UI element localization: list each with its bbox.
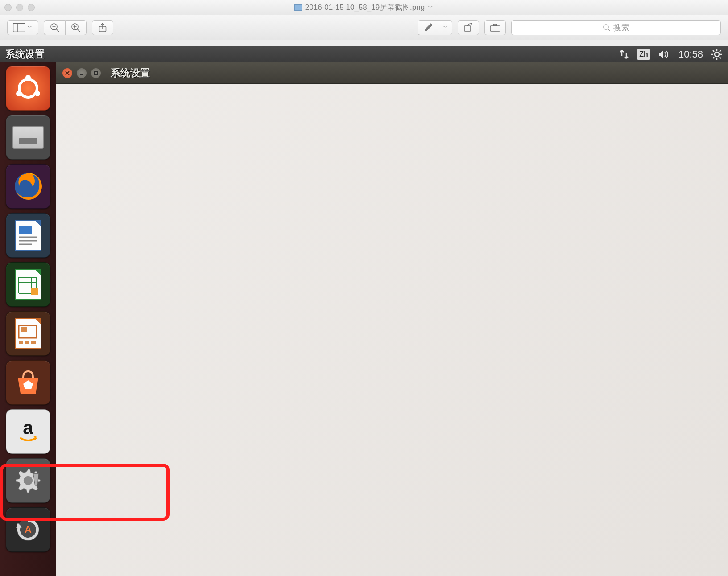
svg-point-16 [715, 52, 719, 57]
panel-indicators: Zh 10:58 [619, 49, 723, 60]
software-center-icon [12, 367, 44, 398]
zoom-in-button[interactable] [65, 20, 87, 35]
svg-rect-62 [95, 71, 98, 74]
window-maximize-button[interactable] [91, 68, 101, 78]
svg-text:a: a [23, 418, 33, 438]
files-icon [12, 122, 44, 153]
window-close-button[interactable] [62, 68, 72, 78]
pencil-icon [424, 23, 434, 32]
mac-toolbar: ﹀ ﹀ 搜索 [0, 15, 728, 40]
launcher-dash[interactable] [6, 66, 50, 111]
settings-titlebar[interactable]: 系统设置 [56, 62, 728, 84]
svg-line-24 [713, 57, 714, 58]
zoom-in-icon [71, 23, 81, 33]
unity-launcher: a A [0, 62, 56, 576]
firefox-icon [12, 171, 44, 202]
launcher-impress[interactable] [6, 311, 50, 356]
svg-rect-52 [25, 341, 29, 344]
settings-content [56, 84, 728, 576]
svg-line-3 [56, 29, 59, 32]
amazon-icon: a [12, 416, 44, 447]
svg-line-15 [608, 29, 610, 31]
settings-window: 系统设置 [56, 62, 728, 576]
svg-point-28 [35, 91, 40, 96]
ime-label: Zh [639, 50, 648, 58]
launcher-amazon[interactable]: a [6, 409, 50, 454]
launcher-software-updater[interactable]: A [6, 507, 50, 552]
svg-line-6 [77, 29, 80, 32]
sidebar-icon [13, 23, 25, 32]
clock-text: 10:58 [678, 49, 703, 60]
svg-line-23 [720, 50, 721, 52]
svg-point-55 [24, 476, 32, 485]
volume-icon [658, 49, 670, 60]
image-file-icon [294, 4, 302, 11]
ubuntu-desktop: 系统设置 Zh 10:58 [0, 46, 728, 576]
svg-rect-13 [493, 24, 497, 26]
launcher-software-center[interactable] [6, 360, 50, 405]
share-button[interactable] [92, 20, 113, 35]
chevron-down-icon[interactable]: ﹀ [427, 4, 434, 12]
markup-button[interactable] [418, 20, 439, 35]
svg-line-22 [720, 57, 721, 58]
close-icon [65, 71, 70, 75]
launcher-files[interactable] [6, 115, 50, 160]
launcher-writer[interactable] [6, 213, 50, 258]
mac-zoom-button[interactable] [28, 4, 35, 11]
updater-icon: A [12, 514, 44, 545]
search-field[interactable]: 搜索 [511, 20, 721, 35]
svg-rect-32 [19, 226, 32, 234]
svg-rect-12 [490, 26, 500, 31]
launcher-calc[interactable] [6, 262, 50, 307]
svg-rect-11 [464, 26, 471, 31]
launcher-firefox[interactable] [6, 164, 50, 209]
launcher-system-settings[interactable] [6, 458, 50, 503]
zoom-out-icon [50, 23, 60, 33]
impress-icon [12, 318, 44, 349]
svg-rect-0 [13, 23, 25, 32]
mac-title-text: 2016-01-15 10_58_19屏幕截图.png [305, 2, 425, 12]
calc-icon [12, 269, 44, 300]
sidebar-toggle-button[interactable]: ﹀ [7, 20, 38, 35]
svg-rect-30 [15, 220, 41, 251]
search-icon [603, 24, 611, 32]
mac-window-title: 2016-01-15 10_58_19屏幕截图.png ﹀ [0, 2, 728, 12]
ubuntu-logo-icon [12, 73, 44, 104]
svg-rect-53 [31, 341, 36, 344]
svg-text:A: A [25, 524, 32, 535]
minimize-icon [79, 71, 84, 75]
svg-point-14 [604, 25, 608, 29]
share-icon [98, 23, 107, 33]
window-minimize-button[interactable] [77, 68, 87, 78]
search-placeholder: 搜索 [613, 22, 629, 33]
sound-indicator[interactable] [658, 49, 670, 60]
svg-point-27 [16, 91, 21, 96]
mac-window-controls [4, 4, 35, 11]
markup-group: ﹀ [418, 20, 452, 35]
clock-indicator[interactable]: 10:58 [678, 49, 703, 60]
toolbox-icon [489, 23, 501, 32]
session-indicator[interactable] [711, 49, 723, 60]
mac-close-button[interactable] [4, 4, 12, 11]
rotate-icon [463, 23, 474, 33]
writer-icon [12, 220, 44, 251]
svg-point-25 [19, 79, 37, 97]
ime-indicator[interactable]: Zh [637, 49, 650, 60]
settings-icon [12, 465, 44, 496]
chevron-down-icon: ﹀ [27, 24, 33, 31]
svg-rect-46 [31, 288, 38, 295]
svg-rect-50 [21, 327, 27, 332]
zoom-out-button[interactable] [44, 20, 65, 35]
gear-icon [711, 49, 723, 60]
mac-minimize-button[interactable] [16, 4, 23, 11]
edit-toolbar-button[interactable] [484, 20, 506, 35]
svg-line-21 [713, 50, 714, 52]
network-icon [619, 49, 629, 60]
rotate-button[interactable] [458, 20, 479, 35]
maximize-icon [94, 71, 98, 75]
window-title: 系统设置 [111, 66, 150, 80]
mac-titlebar: 2016-01-15 10_58_19屏幕截图.png ﹀ [0, 0, 728, 15]
markup-menu-button[interactable]: ﹀ [439, 20, 452, 35]
network-indicator[interactable] [619, 49, 629, 60]
zoom-group [44, 20, 87, 35]
